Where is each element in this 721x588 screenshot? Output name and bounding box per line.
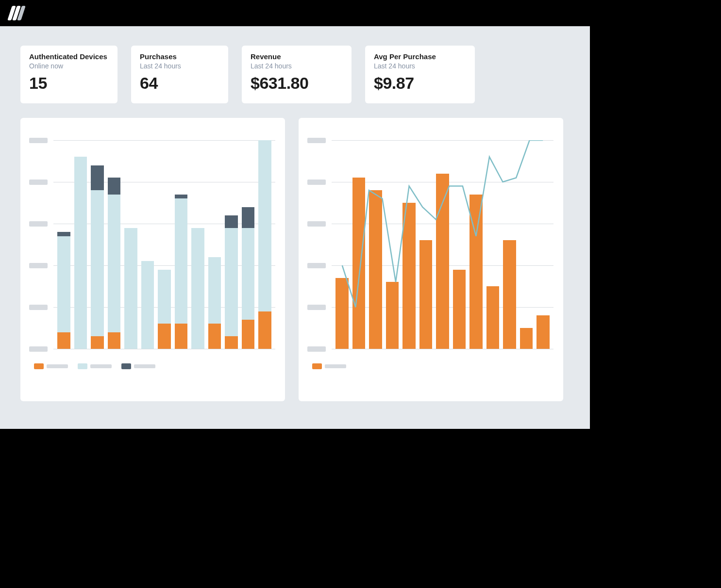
- stat-card-avg: Avg Per Purchase Last 24 hours $9.87: [365, 46, 475, 103]
- bar-column: [242, 140, 255, 349]
- bar-column: [74, 140, 87, 349]
- bar-column: [141, 140, 154, 349]
- stat-card-value: $631.80: [251, 74, 343, 93]
- legend-swatch-icon: [312, 363, 322, 369]
- y-axis-tick: [29, 346, 48, 352]
- legend-label: [325, 364, 346, 368]
- y-axis-tick: [29, 305, 48, 310]
- bar-column: [225, 140, 238, 349]
- legend-item: [121, 363, 155, 369]
- y-axis-tick: [29, 180, 48, 185]
- legend-swatch-icon: [78, 363, 87, 369]
- bar-column: [208, 140, 221, 349]
- topbar: [0, 0, 590, 26]
- legend-item: [312, 363, 346, 369]
- legend-swatch-icon: [121, 363, 131, 369]
- stat-card-subtitle: Last 24 hours: [140, 62, 219, 70]
- y-axis-tick: [29, 138, 48, 143]
- legend-label: [47, 364, 68, 368]
- bar-column: [108, 140, 121, 349]
- stat-card-value: $9.87: [374, 74, 466, 93]
- y-axis-tick: [307, 346, 326, 352]
- charts-row: [20, 118, 570, 401]
- y-axis-tick: [307, 221, 326, 227]
- bar-column: [419, 140, 433, 349]
- app-logo-icon: [7, 6, 31, 20]
- stat-card-value: 15: [29, 74, 109, 93]
- bar-column: [369, 140, 382, 349]
- chart-stacked-bars: [20, 118, 285, 401]
- legend-label: [90, 364, 112, 368]
- app-window: Authenticated Devices Online now 15 Purc…: [0, 0, 590, 477]
- stat-card-purchases: Purchases Last 24 hours 64: [131, 46, 228, 103]
- bar-column: [124, 140, 137, 349]
- chart-bar-line: [299, 118, 563, 401]
- y-axis-tick: [307, 263, 326, 268]
- stat-card-subtitle: Last 24 hours: [374, 62, 466, 70]
- bar-column: [175, 140, 188, 349]
- dashboard-content: Authenticated Devices Online now 15 Purc…: [0, 26, 590, 429]
- stat-card-subtitle: Online now: [29, 62, 109, 70]
- bar-column: [191, 140, 204, 349]
- y-axis-tick: [307, 138, 326, 143]
- stat-card-title: Revenue: [251, 52, 343, 61]
- y-axis-tick: [29, 221, 48, 227]
- legend-item: [34, 363, 68, 369]
- y-axis-tick: [307, 305, 326, 310]
- y-axis-tick: [29, 263, 48, 268]
- stat-cards-row: Authenticated Devices Online now 15 Purc…: [20, 46, 570, 103]
- stat-card-title: Purchases: [140, 52, 219, 61]
- stat-card-value: 64: [140, 74, 219, 93]
- stat-card-title: Authenticated Devices: [29, 52, 109, 61]
- chart-plot-area: [53, 140, 275, 349]
- chart-legend: [34, 363, 275, 369]
- bar-column: [453, 140, 466, 349]
- stat-card-revenue: Revenue Last 24 hours $631.80: [242, 46, 352, 103]
- stat-card-subtitle: Last 24 hours: [251, 62, 343, 70]
- y-axis-tick: [307, 180, 326, 185]
- bar-column: [258, 140, 271, 349]
- bar-column: [91, 140, 104, 349]
- legend-swatch-icon: [34, 363, 44, 369]
- bar-column: [335, 140, 349, 349]
- bar-column: [57, 140, 70, 349]
- bar-column: [520, 140, 533, 349]
- legend-item: [78, 363, 112, 369]
- legend-label: [134, 364, 155, 368]
- bar-column: [352, 140, 366, 349]
- bar-column: [537, 140, 550, 349]
- bar-column: [503, 140, 516, 349]
- bar-column: [158, 140, 171, 349]
- bar-column: [436, 140, 449, 349]
- chart-plot-area: [332, 140, 553, 349]
- stat-card-devices: Authenticated Devices Online now 15: [20, 46, 117, 103]
- bar-column: [402, 140, 416, 349]
- bar-column: [486, 140, 500, 349]
- stat-card-title: Avg Per Purchase: [374, 52, 466, 61]
- chart-legend: [312, 363, 553, 369]
- bar-column: [469, 140, 483, 349]
- bar-column: [386, 140, 399, 349]
